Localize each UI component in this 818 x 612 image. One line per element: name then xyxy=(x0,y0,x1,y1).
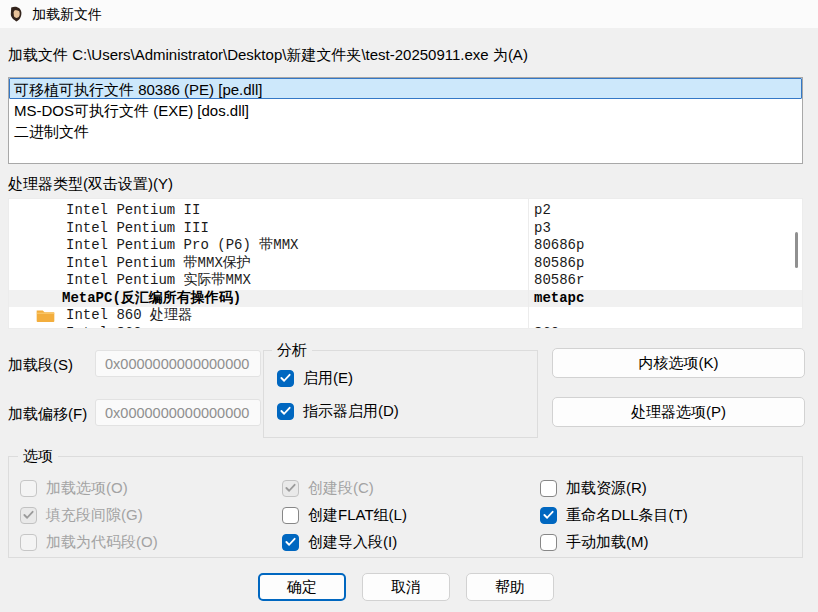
folder-icon xyxy=(36,309,55,322)
checkbox[interactable] xyxy=(282,480,299,497)
options-column-2: 创建段(C) 创建FLAT组(L) 创建导入段(I) xyxy=(282,479,407,551)
load-offset-label: 加载偏移(F) xyxy=(8,405,87,424)
ok-button[interactable]: 确定 xyxy=(258,573,346,601)
checkbox-label: 创建FLAT组(L) xyxy=(308,506,407,525)
cancel-button[interactable]: 取消 xyxy=(362,573,450,601)
checkbox-row[interactable]: 创建段(C) xyxy=(282,479,407,497)
analysis-group-title: 分析 xyxy=(272,341,312,360)
checkbox-row[interactable]: 加载为代码段(O) xyxy=(20,533,158,551)
processor-code: 80686p xyxy=(534,237,584,255)
processor-code: 80586r xyxy=(534,272,584,290)
checkbox-row[interactable]: 加载资源(R) xyxy=(540,479,688,497)
ida-app-icon xyxy=(8,6,24,22)
analysis-checkboxes: 启用(E) 指示器启用(D) xyxy=(277,369,399,420)
processor-name: MetaPC(反汇编所有操作码) xyxy=(62,290,241,308)
processor-list-item[interactable]: Intel Pentium 带MMX保护 80586p xyxy=(9,255,802,273)
processor-list-item[interactable]: Intel Pentium Pro (P6) 带MMX 80686p xyxy=(9,237,802,255)
checkbox-row[interactable]: 加载选项(O) xyxy=(20,479,158,497)
checkbox[interactable] xyxy=(20,507,37,524)
processor-list-item[interactable]: Intel 860 860 xyxy=(9,325,802,330)
load-offset-input[interactable] xyxy=(95,399,261,426)
checkbox-label: 指示器启用(D) xyxy=(303,402,399,421)
processor-list-item[interactable]: MetaPC(反汇编所有操作码) metapc xyxy=(9,290,802,308)
checkbox-row[interactable]: 重命名DLL条目(T) xyxy=(540,506,688,524)
checkbox-label: 创建导入段(I) xyxy=(308,533,397,552)
load-segment-label: 加载段(S) xyxy=(8,356,73,375)
checkbox-row[interactable]: 填充段间隙(G) xyxy=(20,506,158,524)
processor-options-button[interactable]: 处理器选项(P) xyxy=(552,397,805,427)
checkbox-row[interactable]: 手动加载(M) xyxy=(540,533,688,551)
window-title: 加载新文件 xyxy=(32,0,102,28)
checkbox[interactable] xyxy=(540,534,557,551)
checkbox-label: 加载选项(O) xyxy=(46,479,128,498)
options-column-1: 加载选项(O) 填充段间隙(G) 加载为代码段(O) xyxy=(20,479,158,551)
loader-list-item[interactable]: MS-DOS可执行文件 (EXE) [dos.dll] xyxy=(9,99,802,120)
processor-code: metapc xyxy=(534,290,584,308)
processor-code: 80586p xyxy=(534,255,584,273)
file-prompt-label: 加载文件 C:\Users\Administrator\Desktop\新建文件… xyxy=(8,46,528,65)
checkbox-row[interactable]: 启用(E) xyxy=(277,369,399,387)
checkbox[interactable] xyxy=(282,507,299,524)
processor-name: Intel 860 处理器 xyxy=(66,307,192,325)
load-new-file-dialog: 加载新文件 加载文件 C:\Users\Administrator\Deskto… xyxy=(0,0,818,612)
checkbox[interactable] xyxy=(540,480,557,497)
checkbox[interactable] xyxy=(277,370,294,387)
processor-list-item[interactable]: Intel Pentium 实际带MMX 80586r xyxy=(9,272,802,290)
processor-list-item[interactable]: Intel Pentium III p3 xyxy=(9,220,802,238)
processor-code: p2 xyxy=(534,202,551,220)
checkbox[interactable] xyxy=(20,480,37,497)
processor-name: Intel Pentium III xyxy=(66,220,209,238)
checkbox-label: 加载资源(R) xyxy=(566,479,647,498)
checkbox-row[interactable]: 创建FLAT组(L) xyxy=(282,506,407,524)
checkbox[interactable] xyxy=(282,534,299,551)
checkbox[interactable] xyxy=(277,403,294,420)
processor-code: p3 xyxy=(534,220,551,238)
processor-name: Intel Pentium II xyxy=(66,202,200,220)
options-column-3: 加载资源(R) 重命名DLL条目(T) 手动加载(M) xyxy=(540,479,688,551)
scrollbar-thumb[interactable] xyxy=(795,232,798,268)
processor-code: 860 xyxy=(534,325,559,330)
checkbox-label: 加载为代码段(O) xyxy=(46,533,158,552)
loader-item-label: MS-DOS可执行文件 (EXE) [dos.dll] xyxy=(14,102,249,119)
checkbox-label: 手动加载(M) xyxy=(566,533,649,552)
processor-name: Intel 860 xyxy=(66,325,142,330)
folder-icon xyxy=(36,327,55,330)
processor-list[interactable]: Intel Pentium II p2 Intel Pentium III p3… xyxy=(8,198,803,329)
processor-list-item[interactable]: Intel 860 处理器 xyxy=(9,307,802,325)
options-group-title: 选项 xyxy=(18,447,58,466)
checkbox-label: 填充段间隙(G) xyxy=(46,506,143,525)
kernel-options-button[interactable]: 内核选项(K) xyxy=(552,348,805,378)
checkbox-row[interactable]: 创建导入段(I) xyxy=(282,533,407,551)
titlebar: 加载新文件 xyxy=(0,0,818,28)
processor-rows: Intel Pentium II p2 Intel Pentium III p3… xyxy=(9,202,802,329)
loader-list[interactable]: 可移植可执行文件 80386 (PE) [pe.dll] MS-DOS可执行文件… xyxy=(8,77,803,164)
checkbox-label: 重命名DLL条目(T) xyxy=(566,506,688,525)
checkbox-row[interactable]: 指示器启用(D) xyxy=(277,402,399,420)
checkbox-label: 创建段(C) xyxy=(308,479,374,498)
processor-list-item[interactable]: Intel Pentium II p2 xyxy=(9,202,802,220)
loader-list-item[interactable]: 二进制文件 xyxy=(9,120,802,141)
loader-item-label: 可移植可执行文件 80386 (PE) [pe.dll] xyxy=(14,81,262,98)
load-segment-input[interactable] xyxy=(95,350,261,377)
processor-type-label: 处理器类型(双击设置)(Y) xyxy=(8,175,173,194)
column-separator xyxy=(528,199,529,328)
checkbox[interactable] xyxy=(20,534,37,551)
checkbox[interactable] xyxy=(540,507,557,524)
processor-name: Intel Pentium 实际带MMX xyxy=(66,272,251,290)
loader-list-item[interactable]: 可移植可执行文件 80386 (PE) [pe.dll] xyxy=(9,78,802,99)
processor-name: Intel Pentium 带MMX保护 xyxy=(66,255,251,273)
processor-name: Intel Pentium Pro (P6) 带MMX xyxy=(66,237,298,255)
checkbox-label: 启用(E) xyxy=(303,369,353,388)
loader-item-label: 二进制文件 xyxy=(14,123,89,140)
help-button[interactable]: 帮助 xyxy=(466,573,554,601)
